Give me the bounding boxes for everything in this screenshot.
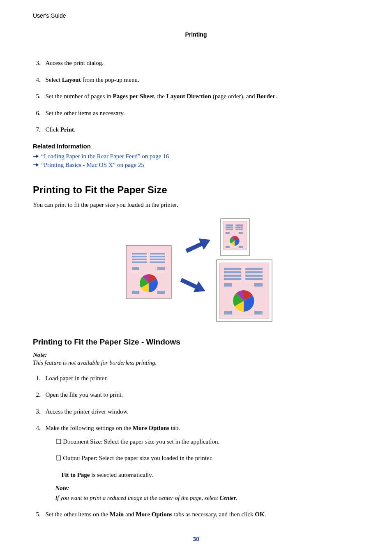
step-6: Set the other items as necessary. [42, 109, 359, 118]
bold-text: Print [60, 126, 74, 133]
heading-fit-paper-windows: Printing to Fit the Paper Size - Windows [33, 338, 359, 347]
step-5: Set the number of pages in Pages per She… [42, 92, 359, 101]
bold-text: Border [256, 93, 275, 99]
bold-text: Layout [62, 76, 81, 83]
step-text: Access the print dialog. [45, 60, 104, 66]
intro-text: You can print to fit the paper size you … [33, 201, 359, 208]
step-b4: Make the following settings on the More … [42, 423, 359, 502]
step-7: Click Print. [42, 125, 359, 134]
sub-text: Document Size: Select the paper size you… [63, 438, 219, 445]
step-text: Set the number of pages in [45, 93, 113, 99]
svg-rect-31 [245, 268, 263, 270]
svg-rect-37 [224, 311, 232, 314]
step-b1: Load paper in the printer. [42, 374, 359, 383]
step-b3: Access the printer driver window. [42, 407, 359, 416]
svg-rect-2 [132, 256, 147, 257]
step-text: tabs as necessary, and then click [173, 511, 255, 518]
step-text: . [265, 511, 266, 518]
steps-list-a: Access the print dialog. Select Layout f… [33, 58, 359, 134]
bold-text: Center [219, 495, 236, 501]
sub-text: Output Paper: Select the paper size you … [63, 455, 212, 461]
step-text: Click [45, 126, 60, 133]
svg-rect-15 [226, 224, 233, 226]
note-text: If you want to print a reduced image at … [55, 495, 219, 501]
svg-rect-32 [245, 271, 263, 273]
svg-rect-4 [132, 261, 147, 263]
svg-rect-7 [150, 259, 165, 260]
svg-rect-16 [226, 227, 233, 228]
inner-note: Note: If you want to print a reduced ima… [55, 483, 359, 502]
page-number: 30 [33, 536, 359, 542]
svg-rect-10 [157, 267, 165, 270]
bold-text: Main [110, 511, 124, 518]
svg-rect-17 [226, 229, 233, 230]
step-3: Access the print dialog. [42, 58, 359, 68]
note-label: Note: [33, 352, 359, 358]
section-title: Printing [33, 31, 359, 38]
svg-rect-3 [132, 259, 147, 260]
bold-text: OK [255, 511, 264, 518]
svg-rect-6 [150, 256, 165, 257]
sub-auto-text: Fit to Page is selected automatically. [61, 470, 359, 480]
related-link-row: “Printing Basics - Mac OS X” on page 25 [33, 162, 359, 169]
guide-label: User's Guide [33, 12, 359, 19]
svg-rect-11 [132, 291, 139, 294]
bold-text: Fit to Page [61, 472, 90, 478]
svg-rect-29 [224, 275, 241, 277]
sub-item: Document Size: Select the paper size you… [53, 437, 359, 446]
fit-to-page-illustration-icon [118, 217, 274, 324]
related-info-heading: Related Information [33, 143, 359, 150]
step-text: Access the printer driver window. [45, 408, 129, 415]
arrow-right-icon [33, 162, 39, 167]
svg-rect-23 [226, 246, 230, 248]
step-text: , the [154, 93, 166, 99]
svg-rect-21 [226, 232, 230, 234]
step-text: . [275, 93, 277, 99]
arrow-right-icon [33, 154, 39, 159]
svg-rect-35 [224, 283, 232, 287]
svg-rect-22 [239, 232, 243, 234]
step-4: Select Layout from the pop-up menu. [42, 75, 359, 85]
related-link-row: “Loading Paper in the Rear Paper Feed” o… [33, 153, 359, 160]
svg-rect-1 [132, 253, 147, 254]
steps-list-b: Load paper in the printer. Open the file… [33, 374, 359, 519]
sub-list: Document Size: Select the paper size you… [45, 437, 359, 463]
heading-fit-paper-size: Printing to Fit the Paper Size [33, 184, 359, 196]
svg-rect-36 [254, 283, 263, 287]
bold-text: More Options [136, 511, 172, 518]
svg-rect-38 [254, 311, 263, 314]
bold-text: Layout Direction [166, 93, 211, 99]
svg-rect-33 [245, 275, 263, 277]
step-text: from the pop-up menu. [81, 76, 139, 83]
note-body: If you want to print a reduced image at … [55, 494, 359, 503]
svg-rect-8 [150, 261, 165, 263]
step-text: . [74, 126, 76, 133]
step-text: Set the other items as necessary. [45, 110, 125, 116]
svg-rect-18 [235, 224, 243, 226]
step-b2: Open the file you want to print. [42, 390, 359, 400]
related-link[interactable]: “Printing Basics - Mac OS X” on page 25 [41, 162, 144, 169]
svg-rect-28 [224, 271, 241, 273]
svg-rect-12 [157, 291, 165, 294]
page-container: User's Guide Printing Access the print d… [0, 0, 392, 555]
step-text: (page order), and [211, 93, 256, 99]
svg-rect-34 [245, 278, 263, 280]
svg-rect-27 [224, 268, 241, 270]
step-text: and [124, 511, 136, 518]
related-link[interactable]: “Loading Paper in the Rear Paper Feed” o… [41, 153, 169, 160]
step-text: is selected automatically. [90, 472, 153, 478]
note-text: . [236, 495, 238, 501]
step-text: tab. [169, 425, 180, 431]
bold-text: Pages per Sheet [113, 93, 154, 99]
step-text: Load paper in the printer. [45, 375, 108, 382]
step-text: Make the following settings on the [45, 425, 132, 431]
note-label: Note: [55, 483, 359, 493]
svg-rect-20 [235, 229, 243, 230]
note-body: This feature is not available for border… [33, 359, 359, 366]
bold-text: More Options [133, 425, 169, 431]
step-text: Set the other items on the [45, 511, 110, 518]
svg-rect-19 [235, 227, 243, 228]
step-text: Select [45, 76, 62, 83]
svg-rect-24 [239, 246, 243, 248]
figure-fit-to-page [33, 217, 359, 325]
